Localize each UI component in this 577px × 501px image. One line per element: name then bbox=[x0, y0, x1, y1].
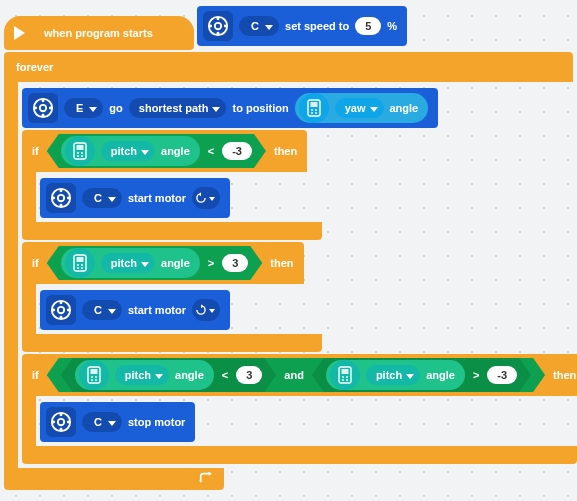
hub-icon bbox=[79, 360, 109, 390]
stop-motor-block[interactable]: C stop motor bbox=[40, 402, 195, 442]
svg-point-53 bbox=[346, 379, 348, 381]
angle-label: angle bbox=[390, 102, 419, 114]
svg-rect-31 bbox=[76, 257, 83, 262]
port-dropdown[interactable]: C bbox=[82, 412, 122, 432]
sensor-dropdown[interactable]: pitch bbox=[101, 141, 155, 161]
set-speed-label: set speed to bbox=[285, 20, 349, 32]
pitch-angle-reporter[interactable]: pitch angle bbox=[61, 136, 200, 166]
motor-icon bbox=[28, 93, 58, 123]
go-to-position-block[interactable]: E go shortest path to position yaw angle bbox=[22, 88, 438, 128]
operator-gt: > bbox=[206, 257, 216, 269]
svg-point-22 bbox=[77, 155, 79, 157]
port-dropdown[interactable]: C bbox=[239, 16, 279, 36]
value-input[interactable]: -3 bbox=[487, 366, 517, 384]
greater-than-condition[interactable]: pitch angle > 3 bbox=[47, 246, 263, 280]
if-block-1[interactable]: if pitch angle < -3 then bbox=[22, 130, 573, 240]
then-label: then bbox=[270, 257, 293, 269]
hub-icon bbox=[65, 136, 95, 166]
start-motor-cw-block[interactable]: C start motor bbox=[40, 290, 230, 330]
svg-point-16 bbox=[311, 112, 313, 114]
svg-point-56 bbox=[60, 413, 63, 416]
yaw-angle-reporter[interactable]: yaw angle bbox=[295, 93, 429, 123]
pitch-angle-reporter[interactable]: pitch angle bbox=[326, 360, 465, 390]
direction-ccw-dropdown[interactable] bbox=[192, 187, 220, 209]
stop-motor-label: stop motor bbox=[128, 416, 185, 428]
svg-point-15 bbox=[315, 109, 317, 111]
start-motor-ccw-block[interactable]: C start motor bbox=[40, 178, 230, 218]
pitch-angle-reporter[interactable]: pitch angle bbox=[61, 248, 200, 278]
if-block-3[interactable]: if pitch angle < 3 bbox=[22, 354, 573, 464]
direction-cw-dropdown[interactable] bbox=[192, 299, 220, 321]
svg-point-51 bbox=[346, 376, 348, 378]
mode-dropdown[interactable]: shortest path bbox=[129, 98, 227, 118]
svg-point-37 bbox=[58, 307, 64, 313]
svg-point-21 bbox=[81, 152, 83, 154]
svg-point-52 bbox=[342, 379, 344, 381]
motor-icon bbox=[46, 183, 76, 213]
hub-icon bbox=[330, 360, 360, 390]
svg-rect-49 bbox=[341, 369, 348, 374]
start-motor-label: start motor bbox=[128, 192, 186, 204]
then-label: then bbox=[553, 369, 576, 381]
set-speed-block[interactable]: C set speed to 5 % bbox=[197, 6, 407, 46]
sensor-dropdown[interactable]: yaw bbox=[335, 98, 384, 118]
svg-point-10 bbox=[34, 107, 37, 110]
svg-point-23 bbox=[81, 155, 83, 157]
svg-rect-19 bbox=[76, 145, 83, 150]
if-label: if bbox=[32, 369, 39, 381]
svg-point-57 bbox=[60, 428, 63, 431]
svg-point-32 bbox=[77, 264, 79, 266]
and-label: and bbox=[284, 369, 304, 381]
svg-point-39 bbox=[60, 316, 63, 319]
pitch-angle-reporter[interactable]: pitch angle bbox=[75, 360, 214, 390]
percent-label: % bbox=[387, 20, 397, 32]
if-label: if bbox=[32, 257, 39, 269]
sensor-dropdown[interactable]: pitch bbox=[101, 253, 155, 273]
motor-icon bbox=[203, 11, 233, 41]
then-label: then bbox=[274, 145, 297, 157]
svg-point-2 bbox=[217, 17, 220, 20]
angle-label: angle bbox=[161, 145, 190, 157]
svg-rect-43 bbox=[90, 369, 97, 374]
motor-icon bbox=[46, 407, 76, 437]
svg-point-44 bbox=[91, 376, 93, 378]
angle-label: angle bbox=[161, 257, 190, 269]
and-condition[interactable]: pitch angle < 3 and bbox=[47, 358, 545, 392]
svg-point-20 bbox=[77, 152, 79, 154]
value-input[interactable]: 3 bbox=[222, 254, 248, 272]
svg-point-33 bbox=[81, 264, 83, 266]
svg-point-47 bbox=[95, 379, 97, 381]
hub-icon bbox=[65, 248, 95, 278]
svg-point-40 bbox=[52, 309, 55, 312]
forever-block[interactable]: forever E go shortest path to position y… bbox=[4, 52, 573, 490]
svg-point-35 bbox=[81, 267, 83, 269]
speed-input[interactable]: 5 bbox=[355, 17, 381, 35]
svg-point-34 bbox=[77, 267, 79, 269]
svg-point-7 bbox=[40, 105, 46, 111]
svg-point-3 bbox=[217, 32, 220, 35]
less-than-condition[interactable]: pitch angle < -3 bbox=[47, 134, 266, 168]
start-motor-label: start motor bbox=[128, 304, 186, 316]
value-input[interactable]: -3 bbox=[222, 142, 252, 160]
svg-point-50 bbox=[342, 376, 344, 378]
value-input[interactable]: 3 bbox=[236, 366, 262, 384]
port-dropdown[interactable]: C bbox=[82, 188, 122, 208]
if-block-2[interactable]: if pitch angle > 3 then bbox=[22, 242, 573, 352]
operator-lt: < bbox=[220, 369, 230, 381]
svg-point-46 bbox=[91, 379, 93, 381]
angle-label: angle bbox=[175, 369, 204, 381]
port-dropdown[interactable]: E bbox=[64, 98, 103, 118]
less-than-condition[interactable]: pitch angle < 3 bbox=[61, 358, 277, 392]
loop-arrow-icon bbox=[198, 472, 214, 486]
svg-point-28 bbox=[52, 197, 55, 200]
svg-point-14 bbox=[311, 109, 313, 111]
sensor-dropdown[interactable]: pitch bbox=[115, 365, 169, 385]
go-label: go bbox=[109, 102, 122, 114]
if-label: if bbox=[32, 145, 39, 157]
sensor-dropdown[interactable]: pitch bbox=[366, 365, 420, 385]
greater-than-condition[interactable]: pitch angle > -3 bbox=[312, 358, 531, 392]
operator-lt: < bbox=[206, 145, 216, 157]
hat-when-program-starts[interactable]: when program starts bbox=[4, 16, 194, 50]
svg-point-1 bbox=[215, 23, 221, 29]
port-dropdown[interactable]: C bbox=[82, 300, 122, 320]
